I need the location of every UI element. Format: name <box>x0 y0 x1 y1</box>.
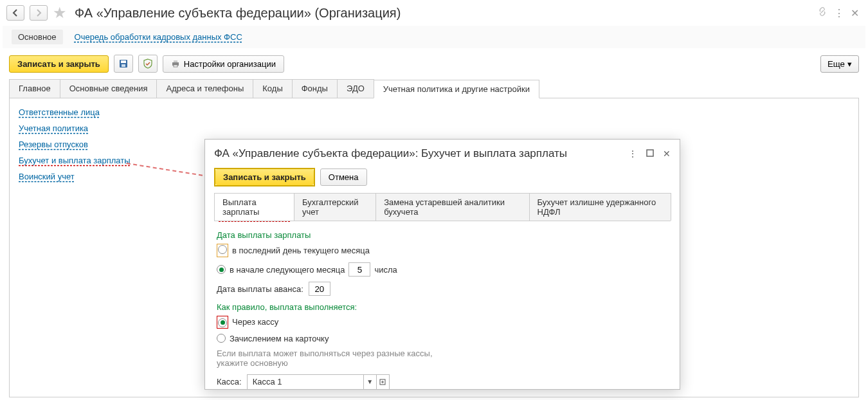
tab-funds[interactable]: Фонды <box>292 79 338 98</box>
arrow-right-icon <box>35 9 42 17</box>
day-suffix: числа <box>374 265 397 275</box>
more-label: Еще <box>827 59 845 69</box>
advance-input[interactable] <box>309 282 330 296</box>
dialog-tab-analytics[interactable]: Замена устаревшей аналитики бухучета <box>375 193 529 221</box>
kebab-icon[interactable]: ⋮ <box>834 7 844 19</box>
radio-via-card[interactable] <box>217 334 226 343</box>
radio-via-kassa-label: Через кассу <box>232 317 278 327</box>
link-reserves[interactable]: Резервы отпусков <box>19 140 88 149</box>
link-military[interactable]: Воинский учет <box>19 172 75 181</box>
reg-button[interactable] <box>138 55 158 73</box>
dialog-cancel-button[interactable]: Отмена <box>320 168 367 186</box>
radio-next-month[interactable] <box>217 265 226 274</box>
save-button[interactable] <box>114 55 133 73</box>
tab-codes[interactable]: Коды <box>253 79 292 98</box>
nav-back-button[interactable] <box>6 5 24 21</box>
kassa-value: Касса 1 <box>248 376 363 388</box>
salary-date-group-label: Дата выплаты зарплаты <box>217 230 668 240</box>
dialog-title: ФА «Управление субъекта федерации»: Буху… <box>214 147 628 160</box>
chevron-down-icon: ▾ <box>847 59 852 69</box>
org-settings-label: Настройки организации <box>184 59 276 69</box>
printer-icon <box>171 59 180 68</box>
kassa-select[interactable]: Касса 1 ▼ <box>247 374 390 390</box>
dialog-maximize-icon[interactable] <box>646 149 654 159</box>
shield-icon <box>143 59 153 69</box>
kassa-label: Касса: <box>217 377 242 386</box>
more-button[interactable]: Еще ▾ <box>820 55 859 73</box>
dialog-kebab-icon[interactable]: ⋮ <box>628 149 637 159</box>
org-settings-button[interactable]: Настройки организации <box>163 55 284 73</box>
link-accounting[interactable]: Бухучет и выплата зарплаты <box>19 156 131 165</box>
page-title: ФА «Управление субъекта федерации» (Орга… <box>75 6 401 21</box>
method-group-label: Как правило, выплата выполняется: <box>217 302 668 312</box>
svg-rect-6 <box>647 150 653 156</box>
tab-edo[interactable]: ЭДО <box>337 79 374 98</box>
close-icon[interactable]: ✕ <box>851 7 859 19</box>
svg-rect-2 <box>122 64 125 67</box>
day-input[interactable] <box>348 262 370 277</box>
arrow-left-icon <box>12 9 19 17</box>
dialog-save-close-button[interactable]: Записать и закрыть <box>215 169 314 185</box>
tab-main[interactable]: Главное <box>9 79 60 98</box>
svg-rect-1 <box>121 60 126 63</box>
dialog-tab-salary[interactable]: Выплата зарплаты <box>214 193 294 221</box>
dialog-tab-accounting[interactable]: Бухгалтерский учет <box>294 193 376 221</box>
link-policy[interactable]: Учетная политика <box>19 123 88 133</box>
radio-last-day-label: в последний день текущего месяца <box>232 246 370 255</box>
svg-rect-4 <box>174 60 177 62</box>
main-tabs: Главное Основные сведения Адреса и телеф… <box>9 79 859 98</box>
star-icon[interactable]: ★ <box>53 4 67 22</box>
dialog-accounting: ФА «Управление субъекта федерации»: Буху… <box>204 139 680 390</box>
callout-arrow <box>127 163 216 178</box>
radio-last-day[interactable] <box>218 245 227 254</box>
save-close-button[interactable]: Записать и закрыть <box>9 55 109 73</box>
link-responsible[interactable]: Ответственные лица <box>19 107 100 117</box>
link-icon[interactable] <box>817 6 827 19</box>
svg-rect-5 <box>174 65 177 67</box>
tab-accounting-policy[interactable]: Учетная политика и другие настройки <box>374 80 539 98</box>
kassa-hint: Если выплата может выполняться через раз… <box>217 349 435 368</box>
dialog-tabs: Выплата зарплаты Бухгалтерский учет Заме… <box>214 193 671 221</box>
advance-label: Дата выплаты аванса: <box>217 284 303 294</box>
radio-next-month-label: в начале следующего месяца <box>230 265 345 275</box>
kassa-dropdown-icon[interactable]: ▼ <box>363 374 376 390</box>
radio-via-kassa[interactable] <box>218 318 227 327</box>
dialog-tab-ndfl[interactable]: Бухучет излишне удержанного НДФЛ <box>529 193 671 221</box>
tab-addresses[interactable]: Адреса и телефоны <box>156 79 253 98</box>
subnav-main[interactable]: Основное <box>12 30 63 44</box>
subnav-queue-link[interactable]: Очередь обработки кадровых данных ФСС <box>75 32 242 42</box>
tab-basic-info[interactable]: Основные сведения <box>60 79 158 98</box>
floppy-icon <box>119 59 128 68</box>
nav-forward-button[interactable] <box>30 5 48 21</box>
dialog-close-icon[interactable]: ✕ <box>663 149 671 159</box>
radio-via-card-label: Зачислением на карточку <box>230 334 329 343</box>
kassa-open-icon[interactable] <box>376 374 389 390</box>
